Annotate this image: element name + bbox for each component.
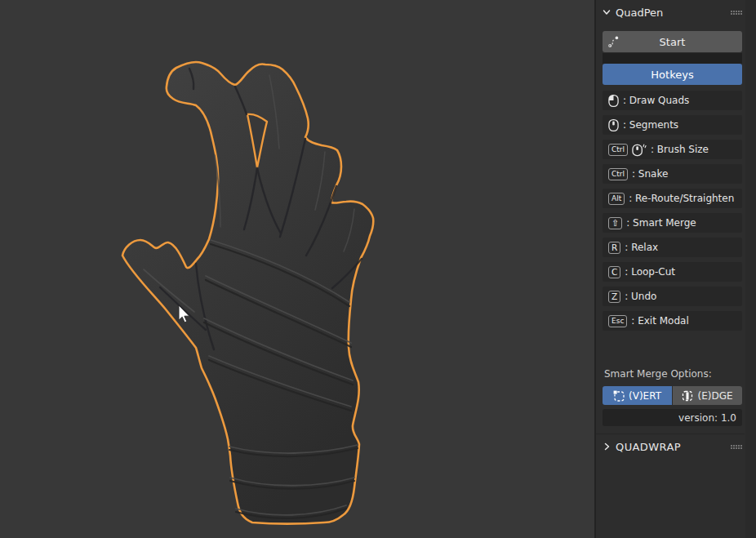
hotkey-row-snake: Ctrl : Snake: [603, 164, 742, 184]
vert-option-label: (V)ERT: [629, 390, 661, 402]
hotkey-label: : Relax: [625, 242, 658, 253]
hotkey-label: : Snake: [632, 168, 668, 180]
hotkey-row-exit-modal: Esc : Exit Modal: [603, 311, 742, 331]
key-badge-shift: ⇧: [608, 217, 622, 229]
hotkey-label: : Exit Modal: [631, 315, 688, 327]
hotkeys-heading-label: Hotkeys: [651, 69, 693, 81]
key-badge-esc: Esc: [608, 315, 627, 327]
hotkey-row-undo: Z : Undo: [603, 287, 742, 306]
panel-drag-grip-icon[interactable]: [731, 445, 742, 449]
hotkey-label: : Undo: [625, 291, 656, 302]
hotkey-row-smart-merge: ⇧ : Smart Merge: [603, 213, 742, 233]
version-field: version: 1.0: [603, 409, 742, 426]
vertex-select-icon: [613, 390, 625, 402]
hotkey-row-segments: : Segments: [603, 115, 742, 135]
mouse-left-icon: [608, 94, 619, 108]
draw-curve-icon: [607, 35, 620, 48]
edge-option-button[interactable]: (E)DGE: [673, 386, 742, 405]
panel-title: QuadPen: [616, 7, 663, 19]
key-badge-ctrl: Ctrl: [608, 168, 628, 180]
panel-separator: [596, 434, 745, 434]
mouse-cursor: [178, 305, 191, 324]
smart-merge-toggle: (V)ERT (E)DGE: [603, 386, 742, 405]
key-badge-c: C: [608, 266, 620, 278]
start-button-label: Start: [660, 36, 686, 48]
smart-merge-options-label: Smart Merge Options:: [604, 368, 712, 380]
hotkey-row-relax: R : Relax: [603, 238, 742, 257]
hotkeys-heading[interactable]: Hotkeys: [603, 64, 742, 85]
n-panel-sidebar: QuadPen Start Hotkeys : Draw Quads: [594, 0, 756, 538]
hotkey-row-reroute: Alt : Re-Route/Straighten: [603, 189, 742, 208]
blender-window: QuadPen Start Hotkeys : Draw Quads: [0, 0, 756, 538]
edge-select-icon: [682, 390, 693, 402]
hotkey-row-brush-size: Ctrl : Brush Size: [603, 140, 742, 159]
mouse-scroll-icon: [632, 143, 647, 157]
chevron-down-icon: [603, 8, 611, 16]
key-badge-alt: Alt: [608, 193, 625, 205]
panel-header-quadwrap[interactable]: QUADWRAP: [603, 438, 742, 456]
vert-option-button[interactable]: (V)ERT: [603, 386, 672, 405]
hotkey-label: : Draw Quads: [623, 95, 689, 106]
panel-drag-grip-icon[interactable]: [731, 11, 742, 15]
hotkey-label: : Re-Route/Straighten: [629, 193, 734, 204]
hotkey-row-draw-quads: : Draw Quads: [603, 91, 742, 110]
version-label: version: 1.0: [678, 412, 736, 424]
hand-model[interactable]: [0, 0, 594, 538]
hotkey-label: : Loop-Cut: [625, 266, 675, 278]
hotkey-label: : Smart Merge: [626, 217, 696, 229]
key-badge-r: R: [608, 242, 620, 254]
hotkey-row-loop-cut: C : Loop-Cut: [603, 262, 742, 282]
hotkey-label: : Segments: [623, 119, 678, 131]
spacer-strip: [603, 53, 742, 64]
edge-option-label: (E)DGE: [697, 390, 732, 402]
mouse-middle-icon: [608, 118, 619, 132]
scrollbar-track[interactable]: [745, 0, 756, 538]
chevron-right-icon: [603, 442, 611, 451]
viewport-3d[interactable]: [0, 0, 594, 538]
key-badge-z: Z: [608, 291, 620, 303]
key-badge-ctrl: Ctrl: [608, 144, 628, 156]
panel-header-quadpen[interactable]: QuadPen: [603, 3, 742, 21]
start-button[interactable]: Start: [603, 31, 742, 52]
hotkey-label: : Brush Size: [651, 144, 709, 155]
panel-title: QUADWRAP: [616, 441, 681, 453]
